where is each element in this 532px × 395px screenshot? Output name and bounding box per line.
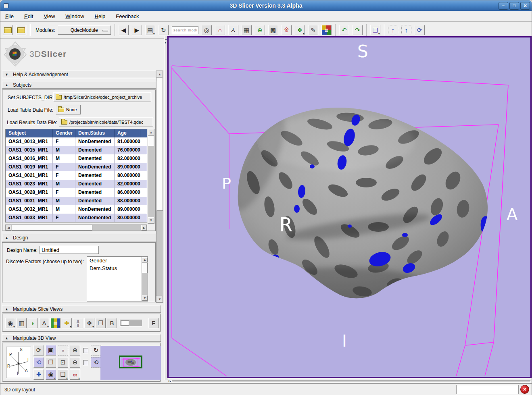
scroll-down-icon[interactable]: ▼ [148,217,154,223]
list-item[interactable]: Gender [87,257,148,264]
look-from-eye-button[interactable]: ◉ [46,369,56,380]
camera-stack-button[interactable]: ❑ [58,369,68,380]
modules-tree-icon[interactable]: Y [228,25,238,35]
table-row[interactable]: OAS1_0021_MR1FDemented80.000000 [6,171,147,180]
menu-feedback[interactable]: Feedback [116,13,139,19]
view-checkbox-2[interactable] [83,360,88,365]
colors-icon[interactable]: ▦ [321,25,332,35]
scroll-down-icon[interactable]: ▼ [156,296,163,302]
menu-file[interactable]: File [5,13,14,19]
table-file-button[interactable]: None [56,105,81,114]
table-row[interactable]: OAS1_0015_MR1MDemented76.000000 [6,146,147,154]
pane-splitter[interactable]: ◂▸ [164,36,167,380]
scroll-collapse-icons[interactable]: ▾▴ [168,380,171,383]
table-row[interactable]: OAS1_0032_MR1MNonDemented89.000000 [6,205,147,214]
roll-view-button[interactable]: ⟲ [33,357,44,368]
section-manipulate-3d-view[interactable]: ▲ Manipulate 3D View [2,334,161,342]
scroll-up-icon[interactable]: ▲ [142,257,148,262]
panel-scrollbar[interactable]: ▲ ▼ [156,71,163,303]
table-row[interactable]: OAS1_0033_MR1FNonDemented80.000000 [6,214,147,222]
navigation-zoom-rect[interactable] [119,356,142,368]
factors-list-scrollbar[interactable]: ▲ ▼ [142,257,148,301]
navigation-preview[interactable] [100,346,161,380]
pan-slices-icon[interactable]: ✥ [84,318,94,328]
zoom-out-button[interactable]: ⊖ [70,357,80,368]
editor-icon[interactable]: ✎ [308,25,318,35]
table-row[interactable]: OAS1_0013_MR1FNonDemented81.000000 [6,137,147,146]
module-forward-icon[interactable]: ▶ [132,25,142,35]
spin-ccw-button[interactable]: ⟲ [91,357,101,368]
menu-view[interactable]: View [44,13,55,19]
pivot-axes-button[interactable]: ✚ [33,369,44,380]
center-view-button[interactable]: ▣ [46,345,56,356]
redo-icon[interactable]: ↷ [353,25,363,35]
stereo-glasses-button[interactable]: ∞ [70,369,80,380]
table-header-cell[interactable]: Gender [53,129,75,137]
view-checkbox-1[interactable] [83,348,88,353]
section-design[interactable]: ▲ Design [2,234,156,241]
section-manipulate-slice-views[interactable]: ▲ Manipulate Slice Views [2,305,161,313]
load-scene-icon[interactable] [3,25,13,35]
mouse-pick-icon[interactable]: ↑ [388,25,398,35]
fov-box-button[interactable]: ▫ [58,345,68,356]
view3d-canvas[interactable]: S P R A I [167,36,532,378]
scroll-up-icon[interactable]: ▲ [148,129,154,135]
scroll-up-icon[interactable]: ▲ [156,71,163,77]
section-help-acknowledgement[interactable]: ▼ Help & Acknowledgement [2,71,156,78]
slice-fade-icon[interactable]: ▥ [17,318,27,328]
menu-window[interactable]: Window [65,13,84,19]
annotation-letter-icon[interactable]: A [39,318,49,328]
module-back-icon[interactable]: ◀ [119,25,129,35]
scroll-down-icon[interactable]: ▼ [142,295,148,301]
table-row[interactable]: OAS1_0031_MR1MDemented88.000000 [6,197,147,205]
grid-icon[interactable]: ╬ [73,318,83,328]
subjects-dir-button[interactable]: /tmp/Slicer3nicole/qdec_project_archive [53,92,151,102]
results-file-button[interactable]: /projects/birn/nicole/data/TEST4.qdec [59,117,153,127]
search-modules-icon[interactable]: ◎ [202,25,212,35]
menu-help[interactable]: Help [95,13,106,19]
table-header-cell[interactable]: Subject [6,129,53,137]
table-row[interactable]: OAS1_0028_MR1FDemented86.000000 [6,188,147,197]
module-refresh-icon[interactable]: ↻ [159,25,169,35]
section-subjects[interactable]: ▲ Subjects [2,81,156,89]
table-row[interactable]: OAS1_0023_MR1MDemented82.000000 [6,180,147,188]
background-letter-icon[interactable]: B [107,318,117,328]
table-row[interactable]: OAS1_0019_MR1FNonDemented89.000000 [6,163,147,171]
close-button[interactable]: ✕ [520,2,530,10]
layers-icon[interactable]: ❐ [96,318,106,328]
table-header-cell[interactable]: Dem.Status [75,129,115,137]
transforms-icon[interactable]: ⊕ [255,25,265,35]
screenshot-button[interactable]: ⊡ [58,357,68,368]
crosshair-icon[interactable]: ✚ [62,318,72,328]
layout-select-icon[interactable]: ❏ [370,25,380,35]
slice-visibility-icon[interactable]: ◉ [5,318,15,328]
menu-edit[interactable]: Edit [24,13,33,19]
regions-icon[interactable]: ❖ [295,25,305,35]
data-icon[interactable]: ▩ [268,25,278,35]
table-header-cell[interactable]: Age [115,129,140,137]
rotate-view-icon[interactable]: ⟳ [415,25,425,35]
foreground-letter-icon[interactable]: F [148,318,159,328]
slice-opacity-slider[interactable] [120,320,142,326]
label-opacity-icon[interactable]: ▦ [50,318,61,328]
cancel-button[interactable]: ✕ [520,385,529,394]
volumes-icon[interactable]: ▦ [242,25,252,35]
slider-thumb[interactable] [121,320,129,326]
cube-axes-button[interactable]: ❒ [46,357,56,368]
spin-cw-button[interactable]: ↻ [91,345,101,356]
module-history-icon[interactable]: ▤ [145,25,155,35]
design-name-input[interactable] [40,246,99,254]
fiducials-icon[interactable]: ※ [282,25,292,35]
zoom-in-button[interactable]: ⊕ [70,345,80,356]
minimize-button[interactable]: − [499,2,508,10]
save-scene-icon[interactable] [16,25,26,35]
rotate-around-axis-button[interactable]: ⟳ [33,345,44,356]
list-item[interactable]: Dem.Status [87,264,148,272]
home-icon[interactable]: ⌂ [215,25,225,35]
maximize-button[interactable]: □ [509,2,519,10]
subjects-table-vscrollbar[interactable]: ▲ ▼ [148,129,154,224]
mouse-place-icon[interactable]: ↑ [401,25,411,35]
module-search-input[interactable] [172,26,198,34]
scroll-left-icon[interactable]: ◀ [6,225,11,231]
modules-combobox[interactable]: QdecModule [58,25,111,35]
